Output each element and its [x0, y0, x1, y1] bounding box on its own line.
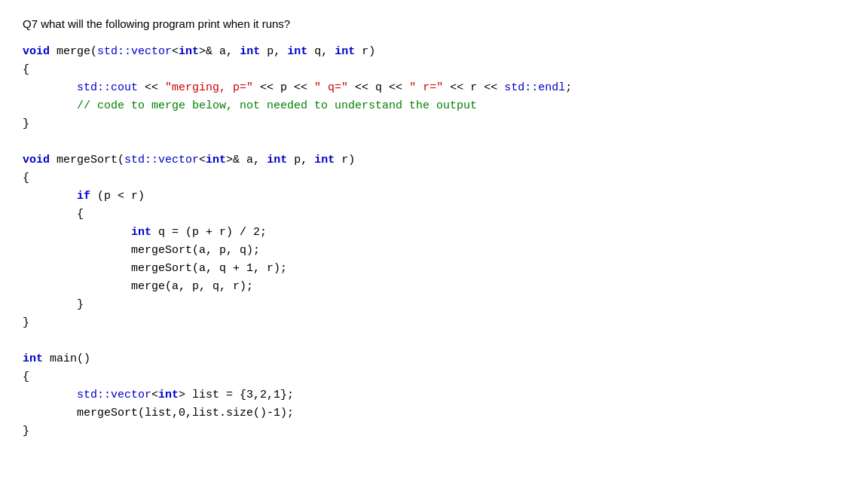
code-line-20: std::vector<int> list = {3,2,1}; — [23, 386, 845, 404]
code-line-21: mergeSort(list,0,list.size()-1); — [23, 404, 845, 422]
code-line-17 — [23, 332, 845, 350]
code-line-3: std::cout << "merging, p=" << p << " q="… — [23, 79, 845, 97]
code-line-4: // code to merge below, not needed to un… — [23, 97, 845, 115]
code-line-14: merge(a, p, q, r); — [23, 278, 845, 296]
code-line-5: } — [23, 115, 845, 133]
code-line-13: mergeSort(a, q + 1, r); — [23, 260, 845, 278]
code-line-11: int q = (p + r) / 2; — [23, 224, 845, 242]
code-line-10: { — [23, 206, 845, 224]
code-line-6 — [23, 133, 845, 151]
code-line-8: { — [23, 169, 845, 188]
code-block: void merge(std::vector<int>& a, int p, i… — [23, 43, 845, 441]
code-line-12: mergeSort(a, p, q); — [23, 242, 845, 260]
code-line-15: } — [23, 296, 845, 314]
code-line-7: void mergeSort(std::vector<int>& a, int … — [23, 151, 845, 169]
code-line-22: } — [23, 422, 845, 441]
code-line-9: if (p < r) — [23, 188, 845, 206]
code-line-16: } — [23, 314, 845, 332]
code-line-2: { — [23, 61, 845, 79]
code-line-18: int main() — [23, 350, 845, 368]
question-text: Q7 what will the following program print… — [23, 15, 845, 32]
code-line-1: void merge(std::vector<int>& a, int p, i… — [23, 43, 845, 61]
code-line-19: { — [23, 368, 845, 386]
